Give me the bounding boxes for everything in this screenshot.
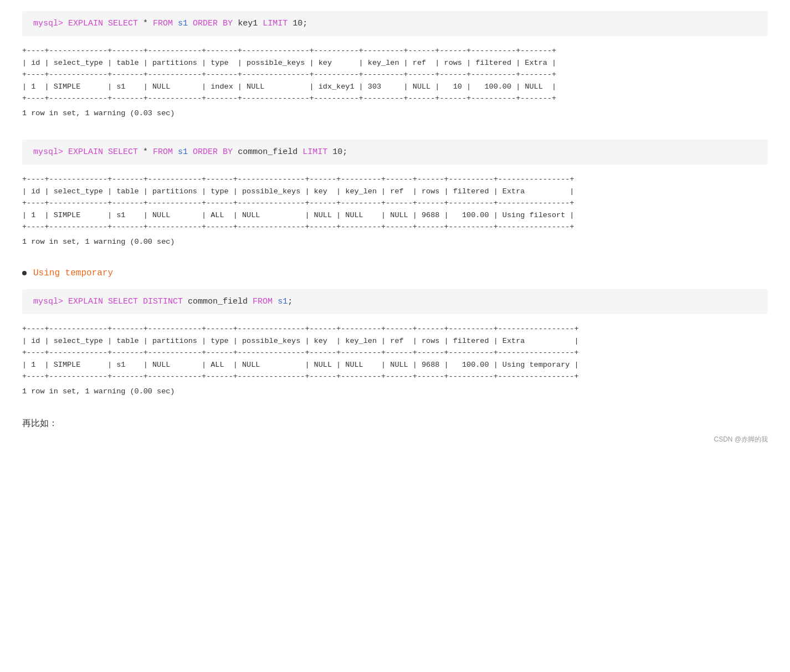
bullet-dot [22,271,27,275]
field-1: key1 [233,19,263,28]
bullet-section: Using temporary mysql> EXPLAIN SELECT DI… [22,268,768,396]
explain-kw-2: EXPLAIN SELECT [68,147,143,157]
field-3: common_field [183,297,253,306]
result-table-1: +----+-------------+-------+------------… [22,45,768,105]
result-info-2: 1 row in set, 1 warning (0.00 sec) [22,238,768,246]
star-1: * [143,19,153,28]
section-1: mysql> EXPLAIN SELECT * FROM s1 ORDER BY… [22,11,768,117]
bullet-header: Using temporary [22,268,768,278]
limit-kw-1: LIMIT [263,19,288,28]
star-2: * [143,147,153,157]
semi-3: ; [288,297,293,306]
command-box-2: mysql> EXPLAIN SELECT * FROM s1 ORDER BY… [22,140,768,165]
order-kw-2: ORDER BY [193,147,233,157]
table-name-1: s1 [178,19,193,28]
from-kw-1: FROM [153,19,178,28]
explain-kw-1: EXPLAIN SELECT [68,19,143,28]
conclusion-text: 再比如： [22,418,768,429]
from-kw-3: FROM [253,297,278,306]
result-table-2: +----+-------------+-------+------------… [22,173,768,233]
result-table-3: +----+-------------+-------+------------… [22,323,768,383]
explain-kw-3: EXPLAIN SELECT DISTINCT [68,297,183,306]
table-name-3: s1 [278,297,288,306]
from-kw-2: FROM [153,147,178,157]
field-2: common_field [233,147,302,157]
section-2: mysql> EXPLAIN SELECT * FROM s1 ORDER BY… [22,140,768,246]
limit-kw-2: LIMIT [302,147,327,157]
table-name-2: s1 [178,147,193,157]
limit-val-1: 10; [288,19,307,28]
section-3: mysql> EXPLAIN SELECT DISTINCT common_fi… [22,289,768,396]
prompt-1: mysql> [33,19,63,28]
prompt-3: mysql> [33,297,63,306]
order-kw-1: ORDER BY [193,19,233,28]
limit-val-2: 10; [327,147,347,157]
prompt-2: mysql> [33,147,63,157]
watermark: CSDN @赤脚的我 [22,435,768,444]
command-box-1: mysql> EXPLAIN SELECT * FROM s1 ORDER BY… [22,11,768,36]
bullet-title: Using temporary [33,268,113,278]
result-info-1: 1 row in set, 1 warning (0.03 sec) [22,109,768,117]
result-info-3: 1 row in set, 1 warning (0.00 sec) [22,387,768,396]
command-box-3: mysql> EXPLAIN SELECT DISTINCT common_fi… [22,289,768,314]
